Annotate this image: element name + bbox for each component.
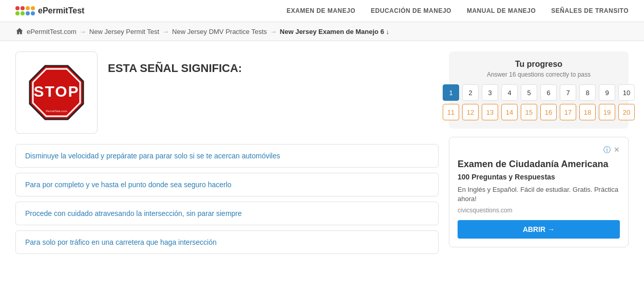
logo-text: ePermitTest <box>38 6 84 15</box>
progress-num-7[interactable]: 7 <box>560 84 576 101</box>
nav-manual[interactable]: MANUAL DE MANEJO <box>467 7 536 14</box>
progress-num-10[interactable]: 10 <box>618 84 635 101</box>
nav-examen[interactable]: EXAMEN DE MANEJO <box>287 7 355 14</box>
breadcrumb-nj-permit[interactable]: New Jersey Permit Test <box>89 28 159 35</box>
progress-num-14[interactable]: 14 <box>501 104 518 120</box>
close-icon[interactable]: ✕ <box>614 146 620 155</box>
logo-dots <box>15 6 35 15</box>
ad-description: En Inglés y Español. Fácil de estudiar. … <box>458 185 620 204</box>
progress-num-17[interactable]: 17 <box>560 104 576 120</box>
svg-text:PermitTest.com: PermitTest.com <box>46 110 67 113</box>
ad-subtitle: 100 Preguntas y Respuestas <box>458 173 620 181</box>
sign-container: STOP PermitTest.com <box>15 51 98 134</box>
progress-num-4[interactable]: 4 <box>501 84 518 101</box>
question-content: STOP PermitTest.com ESTA SEÑAL SIGNIFICA… <box>15 51 439 254</box>
ad-title: Examen de Ciudadanía Americana <box>458 159 620 170</box>
ad-panel: ⓘ ✕ Examen de Ciudadanía Americana 100 P… <box>449 137 629 247</box>
nav-senales[interactable]: SEÑALES DE TRANSITO <box>551 7 629 14</box>
breadcrumb-home[interactable]: ePermitTest.com <box>27 28 77 35</box>
progress-subtitle: Answer 16 questions correctly to pass <box>457 71 620 78</box>
progress-num-11[interactable]: 11 <box>443 104 459 120</box>
logo[interactable]: ePermitTest <box>15 6 84 15</box>
stop-sign: STOP PermitTest.com <box>26 62 87 123</box>
nav-educacion[interactable]: EDUCACIÓN DE MANEJO <box>371 7 451 14</box>
progress-num-19[interactable]: 19 <box>599 104 615 120</box>
progress-num-18[interactable]: 18 <box>579 104 596 120</box>
ad-source: civicsquestions.com <box>458 207 620 214</box>
sidebar: Tu progreso Answer 16 questions correctl… <box>449 51 629 254</box>
progress-num-15[interactable]: 15 <box>521 104 537 120</box>
progress-num-2[interactable]: 2 <box>462 84 479 101</box>
header: ePermitTest EXAMEN DE MANEJO EDUCACIÓN D… <box>0 0 644 22</box>
progress-num-16[interactable]: 16 <box>540 104 557 120</box>
progress-num-6[interactable]: 6 <box>540 84 557 101</box>
progress-num-13[interactable]: 13 <box>482 104 498 120</box>
number-grid: 1234567891011121314151617181920 <box>457 84 620 120</box>
main-nav: EXAMEN DE MANEJO EDUCACIÓN DE MANEJO MAN… <box>287 7 629 14</box>
breadcrumb-dmv-tests[interactable]: New Jersey DMV Practice Tests <box>172 28 267 35</box>
answer-option-3[interactable]: Procede con cuidado atravesando la inter… <box>15 202 439 225</box>
progress-title: Tu progreso <box>457 60 620 69</box>
question-text: ESTA SEÑAL SIGNIFICA: <box>108 51 242 75</box>
info-icon[interactable]: ⓘ <box>603 146 611 155</box>
main-content: STOP PermitTest.com ESTA SEÑAL SIGNIFICA… <box>0 41 644 264</box>
svg-text:STOP: STOP <box>33 83 79 100</box>
home-icon[interactable] <box>15 27 24 35</box>
ad-open-button[interactable]: ABRIR → <box>458 220 620 239</box>
progress-num-1[interactable]: 1 <box>443 84 459 101</box>
progress-num-8[interactable]: 8 <box>579 84 596 101</box>
answers-list: Disminuye la velocidad y prepárate para … <box>15 144 439 254</box>
progress-num-3[interactable]: 3 <box>482 84 498 101</box>
answer-option-2[interactable]: Para por completo y ve hasta el punto do… <box>15 173 439 196</box>
progress-num-5[interactable]: 5 <box>521 84 537 101</box>
breadcrumb: ePermitTest.com → New Jersey Permit Test… <box>0 22 644 41</box>
answer-option-1[interactable]: Disminuye la velocidad y prepárate para … <box>15 144 439 168</box>
ad-header: ⓘ ✕ <box>458 146 620 155</box>
question-area: STOP PermitTest.com ESTA SEÑAL SIGNIFICA… <box>15 51 439 134</box>
progress-num-12[interactable]: 12 <box>462 104 479 120</box>
answer-option-4[interactable]: Para solo por tráfico en una carretera q… <box>15 230 439 254</box>
progress-panel: Tu progreso Answer 16 questions correctl… <box>449 51 629 129</box>
progress-num-9[interactable]: 9 <box>599 84 615 101</box>
progress-num-20[interactable]: 20 <box>618 104 635 120</box>
breadcrumb-current: New Jersey Examen de Manejo 6 ↓ <box>280 28 389 35</box>
